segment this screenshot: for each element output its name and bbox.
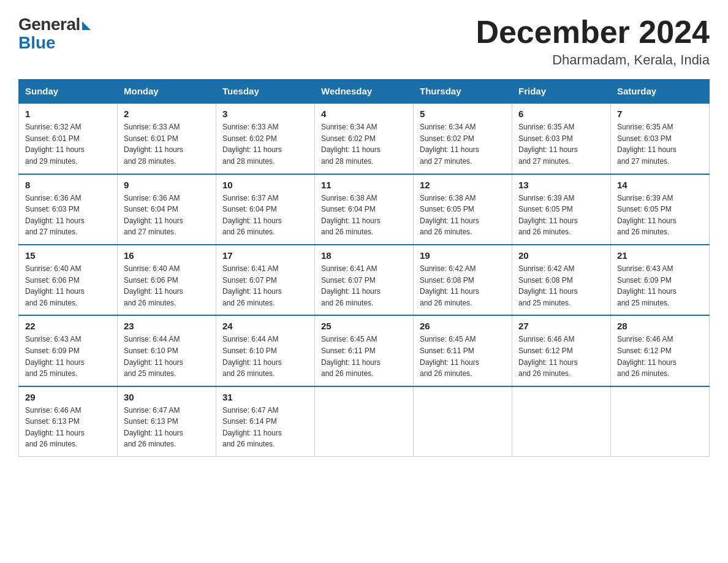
calendar-day-cell: 4 Sunrise: 6:34 AM Sunset: 6:02 PM Dayli… xyxy=(315,103,414,174)
logo-general-text: General xyxy=(18,15,80,34)
calendar-day-cell: 21 Sunrise: 6:43 AM Sunset: 6:09 PM Dayl… xyxy=(611,245,710,315)
day-number: 28 xyxy=(617,321,703,331)
calendar-week-row: 1 Sunrise: 6:32 AM Sunset: 6:01 PM Dayli… xyxy=(19,103,710,174)
day-number: 3 xyxy=(222,109,308,119)
calendar-day-cell: 12 Sunrise: 6:38 AM Sunset: 6:05 PM Dayl… xyxy=(414,174,512,245)
calendar-week-row: 8 Sunrise: 6:36 AM Sunset: 6:03 PM Dayli… xyxy=(19,174,710,245)
day-info: Sunrise: 6:33 AM Sunset: 6:02 PM Dayligh… xyxy=(222,121,308,167)
day-info: Sunrise: 6:47 AM Sunset: 6:13 PM Dayligh… xyxy=(124,405,210,450)
calendar-day-cell: 19 Sunrise: 6:42 AM Sunset: 6:08 PM Dayl… xyxy=(414,245,512,315)
day-info: Sunrise: 6:34 AM Sunset: 6:02 PM Dayligh… xyxy=(420,121,506,167)
calendar-day-cell: 10 Sunrise: 6:37 AM Sunset: 6:04 PM Dayl… xyxy=(216,174,315,245)
day-number: 21 xyxy=(617,250,703,261)
month-year-title: December 2024 xyxy=(476,15,710,50)
calendar-day-cell: 29 Sunrise: 6:46 AM Sunset: 6:13 PM Dayl… xyxy=(19,386,118,457)
day-info: Sunrise: 6:38 AM Sunset: 6:04 PM Dayligh… xyxy=(321,193,407,238)
day-info: Sunrise: 6:42 AM Sunset: 6:08 PM Dayligh… xyxy=(420,263,506,308)
calendar-day-cell: 16 Sunrise: 6:40 AM Sunset: 6:06 PM Dayl… xyxy=(118,245,216,315)
calendar-day-cell: 2 Sunrise: 6:33 AM Sunset: 6:01 PM Dayli… xyxy=(118,103,216,174)
day-number: 22 xyxy=(25,321,111,331)
day-info: Sunrise: 6:41 AM Sunset: 6:07 PM Dayligh… xyxy=(222,263,308,308)
day-of-week-header: Monday xyxy=(118,80,216,104)
day-number: 24 xyxy=(222,321,308,331)
calendar-day-cell: 9 Sunrise: 6:36 AM Sunset: 6:04 PM Dayli… xyxy=(118,174,216,245)
calendar-day-cell: 5 Sunrise: 6:34 AM Sunset: 6:02 PM Dayli… xyxy=(414,103,512,174)
calendar-day-cell: 26 Sunrise: 6:45 AM Sunset: 6:11 PM Dayl… xyxy=(414,315,512,386)
day-number: 31 xyxy=(222,392,308,402)
day-number: 23 xyxy=(124,321,210,331)
calendar-day-cell: 6 Sunrise: 6:35 AM Sunset: 6:03 PM Dayli… xyxy=(512,103,611,174)
calendar-day-cell: 31 Sunrise: 6:47 AM Sunset: 6:14 PM Dayl… xyxy=(216,386,315,457)
day-info: Sunrise: 6:40 AM Sunset: 6:06 PM Dayligh… xyxy=(25,263,111,308)
day-info: Sunrise: 6:37 AM Sunset: 6:04 PM Dayligh… xyxy=(222,193,308,238)
day-info: Sunrise: 6:43 AM Sunset: 6:09 PM Dayligh… xyxy=(617,263,703,308)
page-header: General Blue December 2024 Dharmadam, Ke… xyxy=(18,15,710,68)
day-info: Sunrise: 6:39 AM Sunset: 6:05 PM Dayligh… xyxy=(617,193,703,238)
day-info: Sunrise: 6:40 AM Sunset: 6:06 PM Dayligh… xyxy=(124,263,210,308)
calendar-day-cell: 25 Sunrise: 6:45 AM Sunset: 6:11 PM Dayl… xyxy=(315,315,414,386)
calendar-day-cell xyxy=(315,386,414,457)
day-info: Sunrise: 6:47 AM Sunset: 6:14 PM Dayligh… xyxy=(222,405,308,450)
day-info: Sunrise: 6:34 AM Sunset: 6:02 PM Dayligh… xyxy=(321,121,407,167)
day-of-week-header: Tuesday xyxy=(216,80,315,104)
day-info: Sunrise: 6:43 AM Sunset: 6:09 PM Dayligh… xyxy=(25,334,111,379)
day-number: 18 xyxy=(321,250,407,261)
calendar-day-cell: 28 Sunrise: 6:46 AM Sunset: 6:12 PM Dayl… xyxy=(611,315,710,386)
day-number: 15 xyxy=(25,250,111,261)
day-info: Sunrise: 6:36 AM Sunset: 6:04 PM Dayligh… xyxy=(124,193,210,238)
day-info: Sunrise: 6:38 AM Sunset: 6:05 PM Dayligh… xyxy=(420,193,506,238)
day-info: Sunrise: 6:39 AM Sunset: 6:05 PM Dayligh… xyxy=(518,193,604,238)
day-number: 11 xyxy=(321,180,407,190)
calendar-day-cell xyxy=(414,386,512,457)
day-of-week-header: Wednesday xyxy=(315,80,414,104)
calendar-day-cell: 15 Sunrise: 6:40 AM Sunset: 6:06 PM Dayl… xyxy=(19,245,118,315)
calendar-day-cell: 17 Sunrise: 6:41 AM Sunset: 6:07 PM Dayl… xyxy=(216,245,315,315)
calendar-day-cell xyxy=(512,386,611,457)
calendar-day-cell: 27 Sunrise: 6:46 AM Sunset: 6:12 PM Dayl… xyxy=(512,315,611,386)
day-info: Sunrise: 6:35 AM Sunset: 6:03 PM Dayligh… xyxy=(617,121,703,167)
calendar-day-cell: 18 Sunrise: 6:41 AM Sunset: 6:07 PM Dayl… xyxy=(315,245,414,315)
day-number: 7 xyxy=(617,109,703,119)
calendar-day-cell: 8 Sunrise: 6:36 AM Sunset: 6:03 PM Dayli… xyxy=(19,174,118,245)
calendar-day-cell: 14 Sunrise: 6:39 AM Sunset: 6:05 PM Dayl… xyxy=(611,174,710,245)
calendar-day-cell: 20 Sunrise: 6:42 AM Sunset: 6:08 PM Dayl… xyxy=(512,245,611,315)
calendar-day-cell: 22 Sunrise: 6:43 AM Sunset: 6:09 PM Dayl… xyxy=(19,315,118,386)
day-number: 20 xyxy=(518,250,604,261)
day-number: 14 xyxy=(617,180,703,190)
logo: General Blue xyxy=(18,15,91,53)
calendar-day-cell: 24 Sunrise: 6:44 AM Sunset: 6:10 PM Dayl… xyxy=(216,315,315,386)
day-number: 4 xyxy=(321,109,407,119)
day-number: 19 xyxy=(420,250,506,261)
day-number: 29 xyxy=(25,392,111,402)
calendar-week-row: 29 Sunrise: 6:46 AM Sunset: 6:13 PM Dayl… xyxy=(19,386,710,457)
calendar-day-cell: 1 Sunrise: 6:32 AM Sunset: 6:01 PM Dayli… xyxy=(19,103,118,174)
day-number: 13 xyxy=(518,180,604,190)
day-of-week-header: Friday xyxy=(512,80,611,104)
day-number: 6 xyxy=(518,109,604,119)
calendar-day-cell: 13 Sunrise: 6:39 AM Sunset: 6:05 PM Dayl… xyxy=(512,174,611,245)
day-info: Sunrise: 6:46 AM Sunset: 6:12 PM Dayligh… xyxy=(617,334,703,379)
day-info: Sunrise: 6:45 AM Sunset: 6:11 PM Dayligh… xyxy=(321,334,407,379)
day-of-week-header: Sunday xyxy=(19,80,118,104)
calendar-day-cell: 3 Sunrise: 6:33 AM Sunset: 6:02 PM Dayli… xyxy=(216,103,315,174)
day-number: 12 xyxy=(420,180,506,190)
location-subtitle: Dharmadam, Kerala, India xyxy=(476,52,710,68)
day-number: 5 xyxy=(420,109,506,119)
calendar-week-row: 22 Sunrise: 6:43 AM Sunset: 6:09 PM Dayl… xyxy=(19,315,710,386)
day-number: 16 xyxy=(124,250,210,261)
day-of-week-header: Thursday xyxy=(414,80,512,104)
day-info: Sunrise: 6:41 AM Sunset: 6:07 PM Dayligh… xyxy=(321,263,407,308)
calendar-week-row: 15 Sunrise: 6:40 AM Sunset: 6:06 PM Dayl… xyxy=(19,245,710,315)
day-number: 9 xyxy=(124,180,210,190)
calendar-day-cell xyxy=(611,386,710,457)
title-block: December 2024 Dharmadam, Kerala, India xyxy=(476,15,710,68)
calendar-day-cell: 30 Sunrise: 6:47 AM Sunset: 6:13 PM Dayl… xyxy=(118,386,216,457)
calendar-day-cell: 23 Sunrise: 6:44 AM Sunset: 6:10 PM Dayl… xyxy=(118,315,216,386)
day-info: Sunrise: 6:45 AM Sunset: 6:11 PM Dayligh… xyxy=(420,334,506,379)
calendar-day-cell: 7 Sunrise: 6:35 AM Sunset: 6:03 PM Dayli… xyxy=(611,103,710,174)
day-number: 1 xyxy=(25,109,111,119)
day-info: Sunrise: 6:32 AM Sunset: 6:01 PM Dayligh… xyxy=(25,121,111,167)
day-number: 2 xyxy=(124,109,210,119)
day-number: 17 xyxy=(222,250,308,261)
day-number: 27 xyxy=(518,321,604,331)
